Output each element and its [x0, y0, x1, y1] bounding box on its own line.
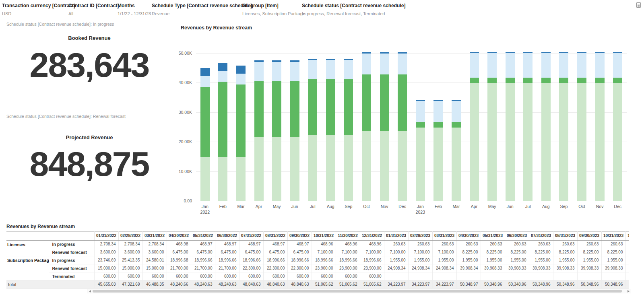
- bar-segment[interactable]: [290, 62, 299, 81]
- column-header[interactable]: 03/31/2023: [432, 232, 456, 240]
- bar-7-aug[interactable]: [326, 59, 335, 201]
- column-header[interactable]: 12/31/2022: [360, 232, 384, 240]
- bar-segment[interactable]: [326, 79, 335, 135]
- bar-segment[interactable]: [200, 68, 210, 76]
- bar-8-sep[interactable]: [344, 59, 353, 201]
- bar-segment[interactable]: [523, 78, 533, 83]
- bar-19-aug[interactable]: [541, 52, 551, 201]
- bar-segment[interactable]: [308, 60, 317, 79]
- bar-3-apr[interactable]: [254, 60, 264, 201]
- bar-segment[interactable]: [523, 53, 533, 77]
- bar-segment[interactable]: [236, 84, 246, 157]
- bar-2-mar[interactable]: [236, 66, 246, 201]
- bar-12-jan-2023[interactable]: [416, 100, 425, 201]
- bar-segment[interactable]: [290, 137, 299, 201]
- bar-segment[interactable]: [433, 101, 443, 122]
- bar-4-may[interactable]: [272, 60, 281, 201]
- bar-segment[interactable]: [380, 74, 389, 130]
- bar-segment[interactable]: [362, 54, 371, 74]
- column-header[interactable]: 06/30/2022: [215, 232, 239, 240]
- bar-segment[interactable]: [452, 128, 461, 201]
- bar-segment[interactable]: [272, 137, 281, 201]
- bar-6-jul[interactable]: [308, 59, 317, 201]
- bar-segment[interactable]: [254, 137, 264, 201]
- bar-segment[interactable]: [308, 135, 317, 201]
- bar-segment[interactable]: [200, 87, 210, 157]
- bar-segment[interactable]: [344, 135, 353, 201]
- bar-segment[interactable]: [541, 83, 551, 201]
- bar-segment[interactable]: [380, 54, 389, 74]
- bar-segment[interactable]: [254, 62, 264, 81]
- bar-segment[interactable]: [272, 62, 281, 81]
- bar-18-jul[interactable]: [523, 52, 533, 201]
- bar-segment[interactable]: [218, 63, 227, 71]
- bar-segment[interactable]: [416, 128, 425, 201]
- filter-contract-id[interactable]: Contract ID [Contract]All: [68, 3, 118, 16]
- bar-segment[interactable]: [577, 53, 586, 77]
- bar-segment[interactable]: [416, 122, 425, 128]
- column-header[interactable]: 07/31/2022: [239, 232, 263, 240]
- bar-segment[interactable]: [541, 53, 551, 77]
- bar-segment[interactable]: [541, 78, 551, 83]
- bar-segment[interactable]: [344, 60, 353, 79]
- column-header[interactable]: 05/31/2022: [191, 232, 215, 240]
- bar-segment[interactable]: [487, 78, 497, 83]
- bar-segment[interactable]: [272, 81, 281, 137]
- bar-23-dec[interactable]: [613, 52, 622, 201]
- bar-5-jun[interactable]: [290, 60, 299, 201]
- bar-segment[interactable]: [470, 53, 479, 77]
- column-header[interactable]: 11/30/2023: [625, 232, 629, 240]
- scroll-right-arrow[interactable]: [626, 289, 631, 293]
- bar-segment[interactable]: [595, 78, 605, 83]
- column-header[interactable]: 03/31/2022: [142, 232, 167, 240]
- bar-segment[interactable]: [452, 122, 461, 128]
- bar-segment[interactable]: [523, 83, 533, 201]
- bar-segment[interactable]: [344, 79, 353, 135]
- filter-gl-group[interactable]: GL group [Item]Licenses, Subscription Pa…: [242, 3, 302, 16]
- bar-segment[interactable]: [487, 83, 497, 201]
- bar-segment[interactable]: [577, 78, 586, 83]
- bar-16-may[interactable]: [487, 52, 497, 201]
- bar-segment[interactable]: [416, 101, 425, 122]
- column-header[interactable]: 08/31/2023: [553, 232, 577, 240]
- bar-segment[interactable]: [613, 78, 622, 83]
- column-header[interactable]: 09/30/2023: [577, 232, 601, 240]
- column-header[interactable]: 06/30/2023: [505, 232, 529, 240]
- column-header[interactable]: 04/30/2023: [456, 232, 481, 240]
- column-header[interactable]: 01/31/2023: [384, 232, 408, 240]
- scroll-thumb[interactable]: [93, 290, 622, 293]
- column-header[interactable]: 04/30/2022: [167, 232, 191, 240]
- bar-segment[interactable]: [398, 54, 407, 74]
- bar-segment[interactable]: [326, 60, 335, 79]
- column-header[interactable]: 10/31/2022: [312, 232, 336, 240]
- bar-segment[interactable]: [470, 78, 479, 83]
- bar-9-oct[interactable]: [362, 52, 371, 201]
- bar-segment[interactable]: [254, 81, 264, 137]
- bar-15-apr[interactable]: [470, 52, 479, 201]
- column-header[interactable]: 01/31/2022: [94, 232, 118, 240]
- bar-22-nov[interactable]: [595, 52, 605, 201]
- bar-11-dec[interactable]: [398, 52, 407, 201]
- column-header[interactable]: 05/31/2023: [481, 232, 505, 240]
- bar-segment[interactable]: [613, 83, 622, 201]
- bar-segment[interactable]: [308, 79, 317, 135]
- bar-13-feb[interactable]: [433, 100, 443, 201]
- scroll-left-arrow[interactable]: [87, 289, 92, 293]
- bar-segment[interactable]: [559, 53, 568, 77]
- bar-segment[interactable]: [470, 83, 479, 201]
- bar-segment[interactable]: [326, 135, 335, 201]
- column-header[interactable]: 02/28/2022: [118, 232, 142, 240]
- bar-segment[interactable]: [613, 53, 622, 77]
- bar-segment[interactable]: [200, 76, 210, 87]
- bar-segment[interactable]: [236, 74, 246, 84]
- column-header[interactable]: 07/31/2023: [529, 232, 553, 240]
- column-header[interactable]: 02/28/2023: [408, 232, 432, 240]
- bar-segment[interactable]: [452, 101, 461, 122]
- bar-segment[interactable]: [218, 157, 227, 201]
- bar-segment[interactable]: [433, 122, 443, 128]
- bar-1-feb[interactable]: [218, 63, 227, 201]
- bar-21-oct[interactable]: [577, 52, 586, 201]
- bar-0-jan-2022[interactable]: [200, 68, 210, 201]
- bar-segment[interactable]: [398, 131, 407, 201]
- bar-segment[interactable]: [506, 78, 515, 83]
